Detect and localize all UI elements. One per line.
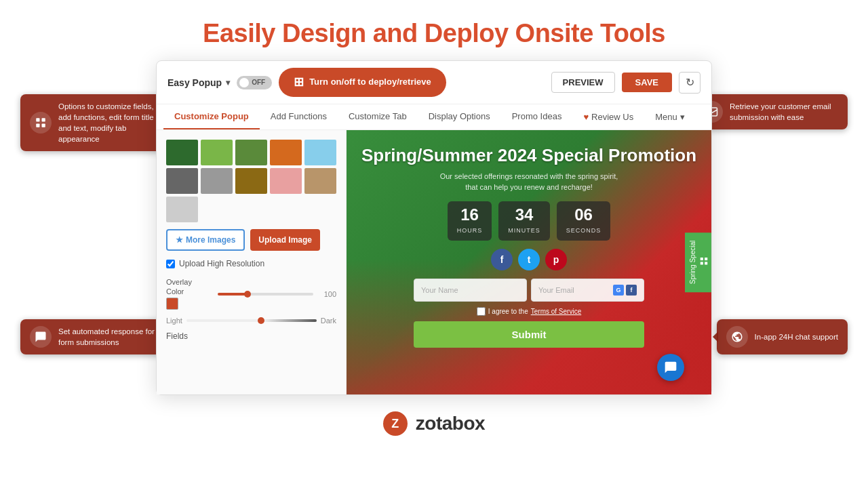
more-images-label: More Images — [186, 235, 235, 245]
popup-title: Spring/Summer 2024 Special Promotion — [361, 145, 696, 166]
deploy-icon: ⊞ — [294, 75, 304, 90]
customize-icon — [30, 112, 52, 134]
tab-review-us[interactable]: ♥ Review Us — [572, 105, 644, 129]
callout-top-right-text: Retrieve your customer email submission … — [730, 101, 838, 123]
light-label: Light — [166, 317, 182, 325]
refresh-icon: ↻ — [686, 76, 694, 89]
minutes-label: MINUTES — [508, 227, 540, 234]
zotabox-logo: Z — [383, 411, 408, 436]
brand-name: zotabox — [416, 413, 485, 434]
dark-label: Dark — [321, 317, 336, 325]
deploy-button[interactable]: ⊞ Turn on/off to deploy/retrieve — [279, 68, 446, 97]
svg-rect-0 — [36, 118, 39, 121]
email-input[interactable]: Your Email G f — [531, 279, 644, 302]
facebook-auth-icon[interactable]: f — [626, 285, 637, 296]
hours-label: HOURS — [457, 227, 483, 234]
overlay-slider-track[interactable] — [218, 293, 313, 296]
callout-top-left-text: Options to customize fields, add functio… — [58, 101, 167, 144]
image-buttons: ★ More Images Upload Image — [166, 229, 336, 251]
toggle-label: OFF — [252, 79, 265, 86]
image-cell[interactable] — [235, 168, 267, 194]
high-resolution-label: Upload High Resolution — [179, 259, 264, 268]
submit-button[interactable]: Submit — [414, 321, 644, 348]
refresh-button[interactable]: ↻ — [679, 72, 701, 94]
form-row: Your Name Your Email G f — [414, 279, 644, 302]
image-cell[interactable] — [166, 140, 198, 165]
toggle-circle — [239, 78, 249, 87]
tab-promo-ideas[interactable]: Promo Ideas — [501, 104, 573, 129]
google-auth-icon[interactable]: G — [613, 285, 624, 296]
hours-block: 16 HOURS — [448, 201, 492, 241]
more-images-button[interactable]: ★ More Images — [166, 229, 245, 251]
facebook-icon[interactable]: f — [491, 249, 513, 270]
svg-rect-7 — [705, 258, 707, 260]
image-cell[interactable] — [201, 140, 233, 165]
overlay-label: Overlay Color — [166, 278, 207, 296]
callout-bottom-right: In-app 24H chat support — [717, 319, 848, 354]
name-placeholder: Your Name — [421, 286, 458, 294]
side-tab[interactable]: Spring Special — [685, 232, 711, 292]
tab-customize-popup[interactable]: Customize Popup — [163, 104, 260, 129]
image-cell[interactable] — [166, 168, 198, 194]
svg-rect-6 — [701, 262, 703, 265]
seconds-value: 06 — [566, 207, 601, 223]
callout-top-left: Options to customize fields, add functio… — [20, 94, 176, 151]
tos-checkbox[interactable] — [477, 307, 486, 316]
svg-rect-8 — [701, 258, 703, 260]
tab-display-options[interactable]: Display Options — [418, 104, 501, 129]
image-cell[interactable] — [201, 168, 233, 194]
light-dark-slider[interactable] — [186, 319, 317, 322]
side-tab-label: Spring Special — [689, 241, 696, 284]
app-toolbar: Easy Popup ▾ OFF ⊞ Turn on/off to deploy… — [157, 61, 711, 104]
twitter-icon[interactable]: t — [518, 249, 540, 270]
upload-image-button[interactable]: Upload Image — [250, 229, 320, 251]
image-cell[interactable] — [270, 140, 302, 165]
callout-bottom-left: Set automated response for form submissi… — [20, 319, 176, 354]
high-resolution-checkbox[interactable] — [166, 260, 175, 268]
light-dark-section: Light Dark — [166, 317, 336, 325]
middle-section: Options to customize fields, add functio… — [0, 60, 868, 395]
tab-add-functions[interactable]: Add Functions — [260, 104, 338, 129]
image-cell[interactable] — [304, 168, 336, 194]
image-grid — [166, 140, 336, 222]
image-cell[interactable] — [235, 140, 267, 165]
nav-tabs: Customize Popup Add Functions Customize … — [157, 104, 711, 130]
chat-icon — [30, 326, 52, 348]
preview-button[interactable]: PREVIEW — [551, 72, 615, 93]
svg-rect-2 — [36, 124, 39, 127]
tab-customize-tab[interactable]: Customize Tab — [338, 104, 418, 129]
popup-subtitle: Our selected offerings resonated with th… — [440, 171, 618, 193]
popup-background: Spring/Summer 2024 Special Promotion Our… — [347, 130, 711, 394]
image-cell[interactable] — [270, 168, 302, 194]
fields-label: Fields — [166, 331, 336, 341]
toggle-switch[interactable]: OFF — [237, 76, 272, 89]
svg-rect-3 — [42, 124, 45, 127]
star-icon: ★ — [176, 235, 183, 245]
content-area: ★ More Images Upload Image Upload High R… — [157, 130, 711, 394]
callout-top-right: Retrieve your customer email submission … — [692, 94, 848, 129]
tos-link[interactable]: Terms of Service — [531, 308, 581, 315]
image-cell[interactable] — [166, 197, 198, 222]
high-resolution-row: Upload High Resolution — [166, 259, 336, 268]
name-input[interactable]: Your Name — [414, 279, 527, 302]
logo-letter: Z — [391, 417, 399, 431]
tab-menu[interactable]: Menu ▾ — [644, 105, 696, 129]
svg-rect-1 — [42, 118, 45, 121]
callout-bottom-left-text: Set automated response for form submissi… — [58, 326, 167, 348]
color-swatch[interactable] — [166, 298, 178, 310]
heart-icon: ♥ — [583, 112, 589, 122]
left-panel: ★ More Images Upload Image Upload High R… — [157, 130, 347, 394]
callout-bottom-right-text: In-app 24H chat support — [755, 331, 838, 342]
overlay-color-section: Overlay Color 100 — [166, 278, 336, 309]
social-row: f t p — [491, 249, 567, 270]
countdown-timer: 16 HOURS 34 MINUTES 06 SECONDS — [448, 201, 611, 241]
browser-mockup: Easy Popup ▾ OFF ⊞ Turn on/off to deploy… — [156, 60, 712, 395]
page-title: Easily Design and Deploy Onsite Tools — [203, 19, 665, 48]
deploy-label: Turn on/off to deploy/retrieve — [309, 77, 431, 88]
image-cell[interactable] — [304, 140, 336, 165]
overlay-slider-max: 100 — [324, 290, 336, 298]
popup-selector[interactable]: Easy Popup ▾ — [167, 77, 230, 88]
save-button[interactable]: SAVE — [622, 73, 672, 92]
pinterest-icon[interactable]: p — [545, 249, 567, 270]
seconds-label: SECONDS — [566, 227, 601, 234]
